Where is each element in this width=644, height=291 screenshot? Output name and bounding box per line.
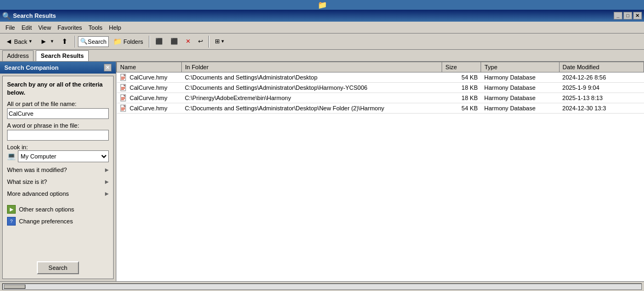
companion-intro: Search by any or all of the criteria bel… — [7, 81, 109, 97]
horizontal-scrollbar[interactable] — [2, 283, 642, 290]
modified-row[interactable]: When was it modified? ▶ — [7, 166, 109, 174]
filename-input[interactable] — [7, 108, 109, 119]
copyto-icon: ⬛ — [170, 38, 178, 45]
modified-label: When was it modified? — [7, 167, 67, 173]
search-results-tab[interactable]: Search Results — [36, 50, 88, 61]
cell-type: Harmony Database — [481, 103, 559, 114]
search-btn-container: Search — [7, 257, 109, 274]
forward-button[interactable]: ► ▼ — [37, 35, 57, 48]
advanced-arrow-icon: ▶ — [105, 191, 109, 196]
sidebar-title: Search Companion — [4, 64, 58, 71]
cell-folder: C:\Documents and Settings\Administrator\… — [181, 103, 442, 114]
window-title: Search Results — [13, 12, 56, 19]
size-label: What size is it? — [7, 178, 47, 185]
table-row[interactable]: CalCurve.hmyC:\Prinergy\AdobeExtreme\bin… — [117, 93, 644, 103]
lookin-section: Look in: 💻 My Computer Local Disk (C:) D… — [7, 144, 109, 162]
cell-name: CalCurve.hmy — [117, 93, 182, 103]
menu-file[interactable]: File — [2, 23, 18, 32]
lookin-label: Look in: — [7, 144, 109, 150]
separator-1 — [75, 36, 76, 48]
top-folder-bar: 📁 — [0, 0, 644, 10]
undo-button[interactable]: ↩ — [195, 35, 206, 48]
up-icon: ⬆ — [62, 37, 68, 45]
menu-edit[interactable]: Edit — [18, 23, 35, 32]
address-tab[interactable]: Address — [2, 50, 34, 61]
menu-view[interactable]: View — [35, 23, 55, 32]
change-prefs-icon: ? — [7, 217, 16, 226]
forward-dropdown-icon[interactable]: ▼ — [50, 39, 54, 44]
cell-type: Harmony Database — [481, 93, 559, 103]
size-arrow-icon: ▶ — [105, 179, 109, 184]
close-button[interactable]: ✕ — [633, 12, 642, 19]
moveto-button[interactable]: ⬛ — [152, 35, 166, 48]
menu-tools[interactable]: Tools — [86, 23, 106, 32]
undo-icon: ↩ — [198, 38, 203, 45]
forward-icon: ► — [40, 37, 47, 45]
cell-size: 54 KB — [442, 72, 481, 83]
views-icon: ⊞ — [215, 38, 220, 45]
other-search-label: Other search options — [19, 206, 74, 213]
menu-help[interactable]: Help — [106, 23, 124, 32]
results-container: Name In Folder Size Type Date Modified C… — [116, 62, 644, 281]
sidebar-close-btn[interactable]: ✕ — [104, 64, 111, 71]
other-links: ▶ Other search options ? Change preferen… — [7, 204, 109, 226]
delete-button[interactable]: ✕ — [182, 35, 194, 48]
phrase-section: A word or phrase in the file: — [7, 122, 109, 141]
up-button[interactable]: ⬆ — [58, 35, 73, 48]
scrollbar-area — [0, 281, 644, 291]
copyto-button[interactable]: ⬛ — [167, 35, 181, 48]
cell-type: Harmony Database — [481, 72, 559, 83]
col-folder[interactable]: In Folder — [181, 62, 442, 72]
search-button[interactable]: Search — [37, 261, 80, 274]
back-button[interactable]: ◄ Back ▼ — [2, 35, 36, 48]
cell-folder: C:\Documents and Settings\Administrator\… — [181, 72, 442, 83]
size-row[interactable]: What size is it? ▶ — [7, 177, 109, 186]
sidebar: Search Companion ✕ Search by any or all … — [0, 62, 116, 281]
toolbar: ◄ Back ▼ ► ▼ ⬆ 🔍 Search 📁 Folders ⬛ ⬛ ✕ … — [0, 34, 644, 50]
menu-favorites[interactable]: Favorites — [54, 23, 85, 32]
cell-modified: 2025-1-13 8:13 — [559, 93, 643, 103]
col-name[interactable]: Name — [117, 62, 182, 72]
search-toolbar-label[interactable]: Search — [88, 38, 107, 45]
other-search-row[interactable]: ▶ Other search options — [7, 204, 109, 214]
cell-name: CalCurve.hmy — [117, 72, 182, 83]
table-row[interactable]: CalCurve.hmyC:\Documents and Settings\Ad… — [117, 103, 644, 114]
cell-name: CalCurve.hmy — [117, 83, 182, 93]
cell-folder: C:\Documents and Settings\Administrator\… — [181, 83, 442, 93]
search-companion: Search by any or all of the criteria bel… — [2, 76, 114, 279]
svg-rect-4 — [121, 79, 124, 80]
filename-section: All or part of the file name: — [7, 101, 109, 119]
change-prefs-row[interactable]: ? Change preferences — [7, 216, 109, 226]
folder-icon-top: 📁 — [318, 1, 327, 9]
scrollbar-thumb — [4, 285, 25, 289]
col-size[interactable]: Size — [442, 62, 481, 72]
svg-rect-12 — [121, 97, 125, 98]
col-type[interactable]: Type — [481, 62, 559, 72]
cell-modified: 2024-12-26 8:56 — [559, 72, 643, 83]
cell-size: 54 KB — [442, 103, 481, 114]
svg-rect-14 — [121, 100, 124, 100]
phrase-label: A word or phrase in the file: — [7, 122, 109, 129]
lookin-select[interactable]: My Computer Local Disk (C:) Desktop — [18, 150, 109, 162]
views-button[interactable]: ⊞ ▼ — [212, 35, 228, 48]
sidebar-header: Search Companion ✕ — [0, 62, 116, 74]
maximize-button[interactable]: □ — [623, 12, 632, 19]
address-bar: Address Search Results — [0, 50, 644, 62]
folders-button[interactable]: 📁 Folders — [110, 35, 147, 48]
col-modified[interactable]: Date Modified — [559, 62, 643, 72]
table-row[interactable]: CalCurve.hmyC:\Documents and Settings\Ad… — [117, 83, 644, 93]
svg-rect-2 — [121, 77, 125, 77]
table-row[interactable]: CalCurve.hmyC:\Documents and Settings\Ad… — [117, 72, 644, 83]
views-dropdown-icon[interactable]: ▼ — [221, 39, 225, 44]
minimize-button[interactable]: _ — [614, 12, 622, 19]
phrase-input[interactable] — [7, 130, 109, 141]
svg-rect-7 — [121, 87, 125, 88]
modified-arrow-icon: ▶ — [105, 167, 109, 173]
advanced-row[interactable]: More advanced options ▶ — [7, 189, 109, 198]
back-dropdown-icon[interactable]: ▼ — [28, 39, 32, 44]
cell-modified: 2024-12-30 13:3 — [559, 103, 643, 114]
file-icon — [120, 94, 128, 102]
main-area: Search Companion ✕ Search by any or all … — [0, 62, 644, 281]
change-prefs-label: Change preferences — [19, 218, 73, 224]
advanced-label: More advanced options — [7, 190, 69, 197]
